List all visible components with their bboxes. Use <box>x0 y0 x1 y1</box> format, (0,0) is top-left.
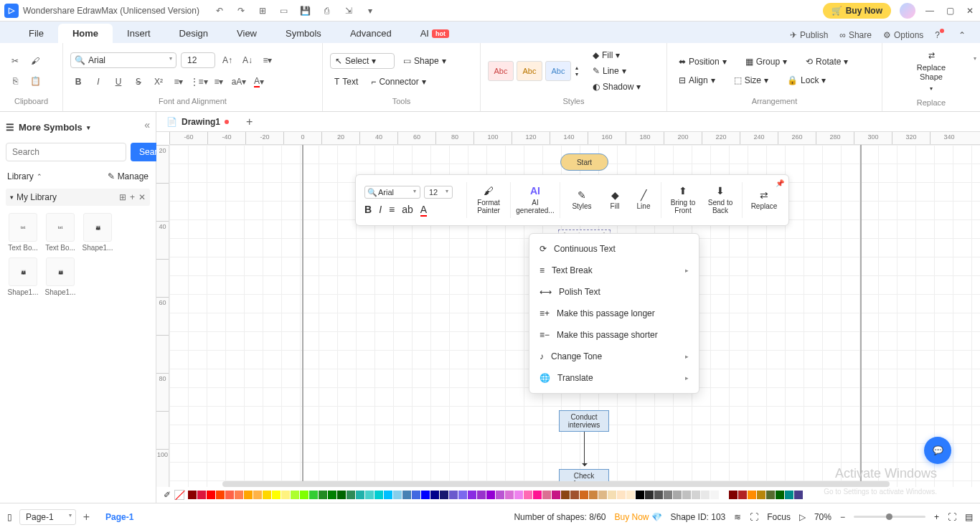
tab-file[interactable]: File <box>14 24 58 43</box>
tab-insert[interactable]: Insert <box>113 24 165 43</box>
highlight-icon[interactable]: ab <box>402 204 413 215</box>
bullet-icon[interactable]: ⋮≡▾ <box>191 74 207 90</box>
color-swatch[interactable] <box>207 491 215 499</box>
ctx-item-make-this-passage-shorter[interactable]: ≡−Make this passage shorter <box>529 324 699 346</box>
bold-icon[interactable]: B <box>364 204 372 215</box>
add-tab-button[interactable]: + <box>239 113 260 131</box>
collapse-ribbon-button[interactable]: ⌃ <box>958 30 966 40</box>
color-swatch[interactable] <box>636 491 644 499</box>
color-swatch[interactable] <box>421 491 430 499</box>
zoom-in-icon[interactable]: + <box>934 512 939 522</box>
add-page-button[interactable]: + <box>83 511 90 524</box>
color-swatch[interactable] <box>664 491 672 499</box>
color-swatch[interactable] <box>514 491 523 499</box>
font-size-select[interactable]: 12 ▾ <box>181 52 215 68</box>
color-swatch[interactable] <box>374 491 383 499</box>
text-tool-button[interactable]: T Text <box>330 75 362 89</box>
save-icon[interactable]: 💾 <box>300 5 311 16</box>
redo-icon[interactable]: ↷ <box>235 5 247 16</box>
line-spacing-icon[interactable]: ≡▾ <box>171 74 187 90</box>
line-button[interactable]: ✎ Line▾ <box>588 64 645 78</box>
minimize-icon[interactable]: — <box>924 5 936 16</box>
page-tab[interactable]: Page-1 <box>97 509 142 525</box>
more-symbols-header[interactable]: ☰ More Symbols ▾ <box>6 118 150 137</box>
color-swatch[interactable] <box>356 491 364 499</box>
align-text-icon[interactable]: ≡▾ <box>260 52 275 68</box>
color-swatch[interactable] <box>552 491 560 499</box>
color-swatch[interactable] <box>776 491 784 499</box>
color-swatch[interactable] <box>524 491 532 499</box>
ctx-item-translate[interactable]: 🌐Translate▸ <box>529 367 699 389</box>
replace-shape-button[interactable]: ⇄ Replace Shape ▾ <box>908 47 955 96</box>
color-swatch[interactable] <box>598 491 607 499</box>
zoom-slider[interactable] <box>854 516 925 518</box>
color-swatch[interactable] <box>589 491 598 499</box>
grid-view-icon[interactable]: ⊞ <box>119 192 126 202</box>
horizontal-scrollbar[interactable] <box>222 481 890 487</box>
color-swatch[interactable] <box>263 491 271 499</box>
shape-item[interactable]: txtText Bo... <box>7 213 39 252</box>
color-swatch[interactable] <box>701 491 710 499</box>
fill-button[interactable]: ◆Fill <box>602 178 628 222</box>
close-library-icon[interactable]: ✕ <box>138 192 146 202</box>
style-preset-2[interactable]: Abc <box>517 61 542 81</box>
color-swatch[interactable] <box>580 491 588 499</box>
zoom-slider-thumb[interactable] <box>886 514 892 520</box>
panel-toggle-icon[interactable]: ▤ <box>965 512 973 522</box>
color-swatch[interactable] <box>738 491 747 499</box>
color-swatch[interactable] <box>561 491 570 499</box>
chat-button[interactable]: 💬 <box>924 437 951 464</box>
flowchart-conduct[interactable]: Conduct interviews <box>559 410 609 432</box>
color-swatch[interactable] <box>244 491 253 499</box>
qat-more-icon[interactable]: ▾ <box>364 5 376 16</box>
color-swatch[interactable] <box>309 491 318 499</box>
page-select[interactable]: Page-1 ▾ <box>19 509 76 525</box>
color-swatch[interactable] <box>216 491 225 499</box>
eyedropper-icon[interactable]: ✐ <box>164 490 171 500</box>
float-size-select[interactable]: 12▾ <box>424 186 453 199</box>
style-down-icon[interactable]: ▾ <box>575 71 578 77</box>
color-swatch[interactable] <box>328 491 336 499</box>
superscript-icon[interactable]: X² <box>151 74 166 90</box>
focus-button[interactable]: Focus <box>767 512 791 522</box>
font-color-icon[interactable]: A <box>420 204 427 215</box>
status-buy-now[interactable]: Buy Now 💎 <box>614 512 661 522</box>
avatar[interactable] <box>900 3 915 19</box>
color-swatch[interactable] <box>794 491 803 499</box>
color-swatch[interactable] <box>458 491 467 499</box>
color-swatch[interactable] <box>468 491 476 499</box>
buy-now-button[interactable]: 🛒 Buy Now <box>823 3 891 19</box>
ctx-item-make-this-passage-longer[interactable]: ≡+Make this passage longer <box>529 303 699 324</box>
undo-icon[interactable]: ↶ <box>214 5 225 16</box>
zoom-level[interactable]: 70% <box>814 512 831 522</box>
color-swatch[interactable] <box>608 491 616 499</box>
zoom-out-icon[interactable]: − <box>840 512 845 522</box>
add-icon[interactable]: + <box>130 192 135 202</box>
color-swatch[interactable] <box>235 491 243 499</box>
color-swatch[interactable] <box>225 491 234 499</box>
color-swatch[interactable] <box>319 491 327 499</box>
ctx-item-continuous-text[interactable]: ⟳Continuous Text <box>529 238 699 260</box>
fill-button[interactable]: ◆ Fill▾ <box>588 48 645 62</box>
style-up-icon[interactable]: ▴ <box>575 65 578 71</box>
color-swatch[interactable] <box>729 491 738 499</box>
color-swatch[interactable] <box>533 491 542 499</box>
manage-button[interactable]: ✎ Manage <box>108 171 149 181</box>
shape-tool-button[interactable]: ▭ Shape▾ <box>399 54 451 68</box>
italic-icon[interactable]: I <box>379 204 382 215</box>
connector-tool-button[interactable]: ⌐ Connector▾ <box>367 75 430 89</box>
color-swatch[interactable] <box>291 491 299 499</box>
color-swatch[interactable] <box>710 491 719 499</box>
tab-home[interactable]: Home <box>58 24 113 43</box>
tab-advanced[interactable]: Advanced <box>336 24 406 43</box>
page-layout-icon[interactable]: ▯ <box>7 512 12 522</box>
font-family-select[interactable]: 🔍 Arial ▾ <box>70 52 176 68</box>
color-swatch[interactable] <box>281 491 290 499</box>
color-swatch[interactable] <box>477 491 486 499</box>
color-swatch[interactable] <box>365 491 374 499</box>
align-button[interactable]: ⊟ Align▾ <box>674 73 720 87</box>
rotate-button[interactable]: ⟲ Rotate▾ <box>801 55 852 69</box>
shape-item[interactable]: 👨‍👩‍👧Shape1... <box>7 257 39 296</box>
shadow-button[interactable]: ◐ Shadow▾ <box>588 80 645 94</box>
my-library-header[interactable]: ▾ My Library ⊞ + ✕ <box>6 189 150 206</box>
